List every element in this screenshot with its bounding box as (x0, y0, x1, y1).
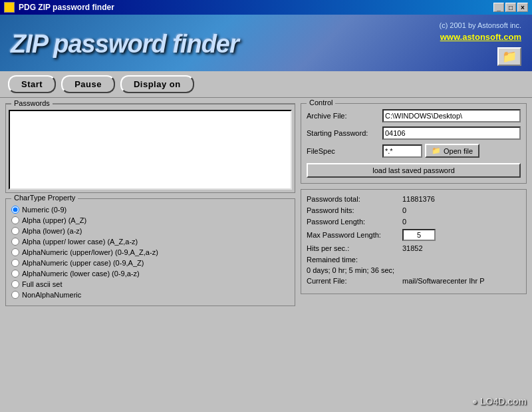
currentfile-value: mail/Softwarecenter Ihr P (402, 277, 485, 285)
radio-fullascii[interactable] (11, 280, 19, 288)
radio-alpha-both[interactable] (11, 238, 19, 246)
chartype-alpha-both[interactable]: Alpha (upper/ lower case) (A_Z,a-z) (11, 236, 289, 247)
hitspersec-value: 31852 (402, 244, 423, 252)
passwords-label: Passwords (11, 99, 53, 107)
radio-alpha-both-label: Alpha (upper/ lower case) (A_Z,a-z) (22, 238, 138, 246)
total-row: Passwords total: 11881376 (307, 195, 521, 203)
radio-alphanum-both-label: AlphaNumeric (upper/lower) (0-9,A_Z,a-z) (22, 248, 158, 256)
archive-row: Archive File: (307, 109, 521, 122)
hitspersec-label: Hits per sec.: (307, 244, 400, 252)
hitspersec-row: Hits per sec.: 31852 (307, 244, 521, 252)
maxlength-label: Max Password Length: (307, 231, 400, 239)
remained-value: 0 days; 0 hr; 5 min; 36 sec; (307, 266, 394, 274)
load-password-button[interactable]: load last saved password (307, 163, 521, 178)
radio-alpha-upper-label: Alpha (upper) (A_Z) (22, 216, 86, 224)
watermark: ● LO4D.com (472, 396, 527, 407)
starting-row: Starting Password: (307, 126, 521, 140)
toolbar: Start Pause Display on (0, 71, 532, 98)
radio-numeric[interactable] (11, 206, 19, 214)
chartype-alpha-upper[interactable]: Alpha (upper) (A_Z) (11, 215, 289, 226)
chartype-numeric[interactable]: Numeric (0-9) (11, 204, 289, 215)
app-icon (4, 2, 15, 13)
open-file-button[interactable]: 📁 Open file (425, 144, 479, 158)
title-bar: PDG ZIP password finder _ □ × (0, 0, 532, 15)
filespec-label: FileSpec (307, 147, 380, 155)
chartype-nonalpha[interactable]: NonAlphaNumeric (11, 290, 289, 300)
banner-title: ZIP password finder (11, 31, 239, 57)
passwords-group: Passwords (5, 103, 295, 193)
radio-fullascii-label: Full ascii set (22, 280, 63, 288)
length-label: Password Length: (307, 218, 400, 226)
maxlength-input[interactable] (402, 229, 436, 241)
archive-label: Archive File: (307, 112, 380, 120)
chartype-label: CharType Property (11, 194, 78, 202)
minimize-button[interactable]: _ (493, 3, 504, 12)
radio-alpha-upper[interactable] (11, 216, 19, 224)
window-title: PDG ZIP password finder (19, 3, 114, 12)
filespec-input[interactable] (382, 144, 422, 158)
remained-label: Remained time: (307, 256, 358, 264)
start-button[interactable]: Start (8, 75, 56, 93)
folder-icon: 📁 (502, 49, 517, 64)
control-group: Control Archive File: Starting Password:… (301, 103, 527, 184)
radio-alphanum-both[interactable] (11, 248, 19, 256)
open-folder-icon: 📁 (432, 146, 441, 155)
open-file-label: Open file (444, 147, 473, 155)
chartype-alphanum-upper[interactable]: AlphaNumeric (upper case) (0-9,A_Z) (11, 258, 289, 268)
radio-nonalpha-label: NonAlphaNumeric (22, 291, 81, 299)
chartype-alphanum-both[interactable]: AlphaNumeric (upper/lower) (0-9,A_Z,a-z) (11, 247, 289, 258)
archive-input[interactable] (382, 109, 521, 122)
hits-row: Password hits: 0 (307, 206, 521, 214)
banner-copyright: (c) 2001 by Astonsoft inc. (439, 21, 521, 29)
remained-value-row: 0 days; 0 hr; 5 min; 36 sec; (307, 266, 521, 274)
maximize-button[interactable]: □ (505, 3, 516, 12)
radio-alphanum-upper[interactable] (11, 259, 19, 267)
currentfile-label: Current File: (307, 277, 400, 285)
banner: ZIP password finder (c) 2001 by Astonsof… (0, 15, 532, 71)
chartype-fullascii[interactable]: Full ascii set (11, 279, 289, 290)
hits-value: 0 (402, 206, 406, 214)
starting-label: Starting Password: (307, 129, 380, 137)
banner-url[interactable]: www.astonsoft.com (440, 32, 521, 42)
radio-nonalpha[interactable] (11, 291, 19, 299)
currentfile-row: Current File: mail/Softwarecenter Ihr P (307, 277, 521, 285)
banner-folder-button[interactable]: 📁 (497, 47, 521, 66)
left-panel: Passwords CharType Property Numeric (0-9… (5, 103, 295, 306)
maxlength-row: Max Password Length: (307, 229, 521, 241)
radio-alpha-lower-label: Alpha (lower) (a-z) (22, 227, 82, 235)
radio-alphanum-lower-label: AlphaNumeric (lower case) (0-9,a-z) (22, 270, 140, 278)
window-controls: _ □ × (493, 3, 528, 12)
close-button[interactable]: × (517, 3, 528, 12)
radio-alphanum-lower[interactable] (11, 270, 19, 278)
control-label: Control (307, 99, 335, 106)
pause-button[interactable]: Pause (61, 75, 115, 93)
length-row: Password Length: 0 (307, 218, 521, 226)
stats-group: Passwords total: 11881376 Password hits:… (301, 189, 527, 294)
chartype-alphanum-lower[interactable]: AlphaNumeric (lower case) (0-9,a-z) (11, 268, 289, 279)
display-button[interactable]: Display on (120, 75, 194, 93)
length-value: 0 (402, 218, 406, 226)
radio-numeric-label: Numeric (0-9) (22, 206, 66, 214)
radio-alpha-lower[interactable] (11, 227, 19, 235)
remained-row: Remained time: (307, 256, 521, 264)
filespec-row: FileSpec 📁 Open file (307, 144, 521, 158)
main-content: Passwords CharType Property Numeric (0-9… (0, 98, 532, 311)
passwords-list (9, 110, 292, 190)
radio-alphanum-upper-label: AlphaNumeric (upper case) (0-9,A_Z) (22, 259, 144, 267)
chartype-alpha-lower[interactable]: Alpha (lower) (a-z) (11, 226, 289, 236)
starting-input[interactable] (382, 126, 521, 140)
chartype-group: CharType Property Numeric (0-9) Alpha (u… (5, 198, 295, 306)
total-label: Passwords total: (307, 195, 400, 203)
total-value: 11881376 (402, 195, 435, 203)
hits-label: Password hits: (307, 206, 400, 214)
right-panel: Control Archive File: Starting Password:… (301, 103, 527, 306)
